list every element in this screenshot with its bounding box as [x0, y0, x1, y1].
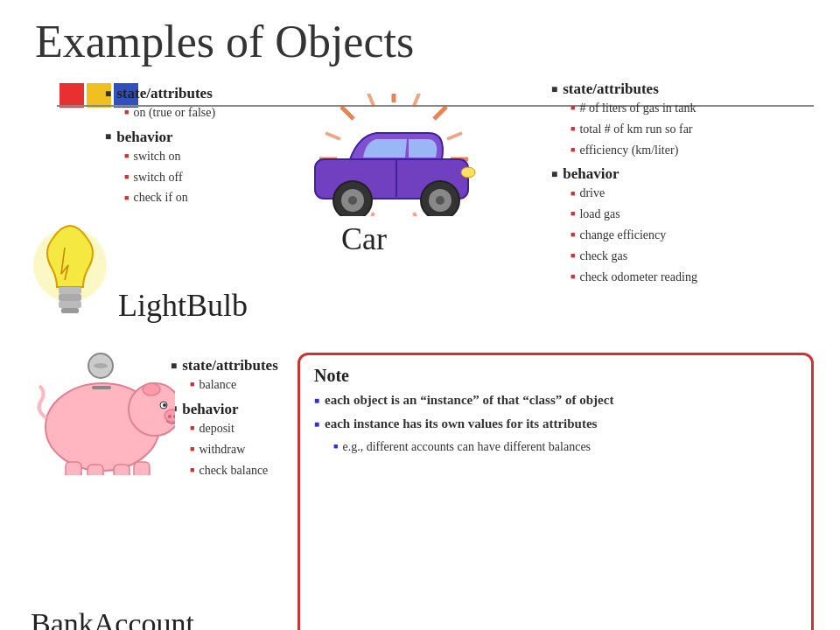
note-item-0: each object is an “instance” of that “cl…: [314, 391, 797, 410]
svg-rect-6: [59, 301, 81, 308]
car-section: state/attributes # of liters of gas in t…: [280, 76, 814, 331]
lb-behavior-label: behavior: [105, 129, 271, 146]
lightbulb-section: state/attributes on (true or false) beha…: [26, 76, 271, 331]
piggy-bank-icon: [31, 353, 175, 475]
svg-point-37: [143, 383, 160, 396]
svg-rect-43: [66, 462, 81, 475]
svg-point-31: [461, 167, 475, 178]
page-title: Examples of Objects: [0, 0, 840, 76]
svg-line-9: [434, 107, 446, 119]
bank-info: state/attributes balance behavior deposi…: [171, 357, 271, 480]
car-behavior-label: behavior: [551, 165, 814, 183]
car-state-label: state/attributes: [551, 80, 814, 98]
lb-behavior-item-2: check if on: [105, 187, 271, 208]
top-row: state/attributes on (true or false) beha…: [0, 76, 840, 331]
main-content: state/attributes on (true or false) beha…: [0, 76, 840, 627]
bank-behavior-item-0: deposit: [171, 418, 271, 439]
svg-line-20: [368, 213, 374, 216]
note-sub-item-0: e.g., different accounts can have differ…: [314, 438, 797, 456]
car-image: [293, 94, 494, 216]
car-state-item-0: # of liters of gas in tank: [551, 98, 814, 119]
car-state-item-1: total # of km run so far: [551, 119, 814, 140]
bankaccount-section: state/attributes balance behavior deposi…: [26, 353, 271, 630]
car-behavior-item-3: check gas: [551, 246, 814, 267]
svg-point-41: [168, 415, 172, 418]
car-state-item-2: efficiency (km/liter): [551, 140, 814, 161]
bank-behavior-item-2: check balance: [171, 460, 271, 481]
bottom-row: state/attributes balance behavior deposi…: [0, 344, 840, 630]
svg-line-16: [414, 94, 420, 106]
bank-behavior-item-1: withdraw: [171, 439, 271, 460]
svg-line-15: [341, 107, 354, 119]
car-name: Car: [341, 220, 387, 257]
note-item-1: each instance has its own values for its…: [314, 415, 797, 433]
svg-rect-44: [88, 465, 103, 475]
lb-state-item-0: on (true or false): [105, 102, 271, 123]
lightbulb-info: state/attributes on (true or false) beha…: [105, 85, 271, 208]
note-box: Note each object is an “instance” of tha…: [298, 353, 814, 630]
lb-behavior-item-1: switch off: [105, 167, 271, 188]
svg-point-39: [163, 403, 166, 407]
lightbulb-image-area: LightBulb: [26, 217, 271, 331]
svg-rect-7: [61, 308, 79, 313]
bank-behavior-label: behavior: [171, 401, 271, 418]
svg-point-27: [348, 196, 357, 205]
lightbulb-name: LightBulb: [118, 287, 248, 324]
svg-rect-47: [92, 386, 111, 389]
car-behavior-item-1: load gas: [551, 204, 814, 225]
car-behavior-item-4: check odometer reading: [551, 267, 814, 288]
svg-line-23: [368, 94, 374, 106]
bank-state-item-0: balance: [171, 374, 271, 396]
note-title: Note: [314, 366, 797, 386]
svg-rect-45: [114, 465, 130, 475]
bank-state-label: state/attributes: [171, 357, 271, 374]
lb-state-label: state/attributes: [105, 85, 271, 102]
piggy-bank-image: [31, 353, 175, 475]
lightbulb-icon: [26, 217, 114, 331]
svg-rect-4: [59, 287, 81, 294]
svg-point-30: [436, 196, 444, 205]
svg-line-22: [326, 133, 340, 139]
lb-behavior-item-0: switch on: [105, 146, 271, 167]
svg-rect-5: [59, 294, 81, 301]
car-behavior-item-0: drive: [551, 183, 814, 204]
svg-line-17: [447, 133, 462, 139]
bankaccount-name: BankAccount: [31, 607, 271, 630]
car-info: state/attributes # of liters of gas in t…: [551, 80, 814, 287]
svg-rect-46: [134, 462, 150, 475]
svg-line-19: [414, 213, 420, 216]
car-behavior-item-2: change efficiency: [551, 225, 814, 246]
svg-point-34: [94, 363, 108, 368]
car-icon: [293, 94, 494, 216]
